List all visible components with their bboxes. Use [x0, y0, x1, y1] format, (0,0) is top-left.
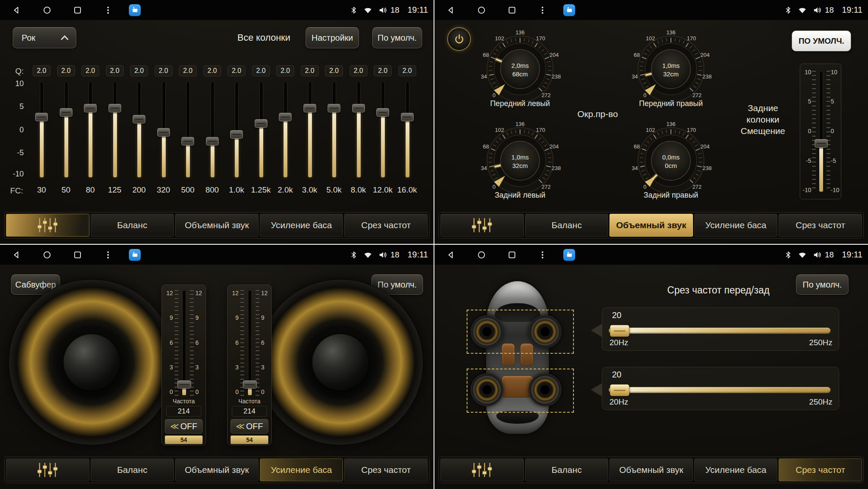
recents-icon[interactable]	[507, 250, 517, 260]
menu-icon[interactable]	[103, 250, 113, 260]
slider-thumb[interactable]	[610, 325, 629, 337]
off-button[interactable]: ≪OFF	[231, 419, 268, 433]
tab-balance[interactable]: Баланс	[525, 458, 609, 481]
slider-thumb[interactable]	[610, 384, 629, 396]
tab-surround-sound[interactable]: Объемный звук	[175, 214, 259, 237]
subwoofer-slider-module[interactable]: 12 129 96 63 30 0 Частота 214 ≪OFF 54	[227, 285, 272, 445]
tab-crossover[interactable]: Срез частот	[344, 458, 428, 481]
label-line: Задние	[729, 102, 797, 114]
slider-thumb[interactable]	[35, 113, 48, 121]
rear-offset-slider[interactable]: 10 105 50 0-5 -5-10 -10	[800, 64, 841, 199]
back-icon[interactable]	[12, 6, 21, 15]
eq-band-slider[interactable]	[350, 81, 367, 179]
eq-band-slider[interactable]	[81, 81, 99, 179]
slider-thumb[interactable]	[376, 108, 389, 117]
eq-band-slider[interactable]	[374, 81, 392, 179]
eq-band-slider[interactable]	[325, 81, 343, 179]
slider-thumb[interactable]	[108, 104, 121, 112]
off-button[interactable]: ≪OFF	[165, 419, 203, 433]
home-icon[interactable]	[477, 6, 486, 15]
menu-icon[interactable]	[538, 250, 547, 260]
band-q-value: 2.0	[398, 65, 416, 76]
tab-crossover[interactable]: Срез частот	[344, 214, 428, 237]
home-icon[interactable]	[42, 250, 52, 260]
delay-knob[interactable]: 03468102136170204238272 2,0ms 68cm	[478, 27, 562, 112]
offset-slider-thumb[interactable]	[815, 139, 828, 148]
recents-icon[interactable]	[73, 6, 82, 15]
bass-scale-label: 9	[195, 314, 205, 321]
tab-bass-boost[interactable]: Усиление баса	[694, 458, 778, 481]
eq-band-slider[interactable]	[130, 81, 148, 179]
slider-thumb[interactable]	[279, 113, 292, 121]
eq-band-slider[interactable]	[57, 81, 75, 179]
back-icon[interactable]	[12, 250, 21, 260]
slider-thumb[interactable]	[401, 113, 414, 121]
band-frequency: 5.0k	[322, 185, 346, 195]
tab-bass-boost[interactable]: Усиление баса	[260, 458, 343, 481]
eq-band-slider[interactable]	[33, 81, 50, 179]
delay-knob[interactable]: 03468102136170204238272 0,0ms 0cm	[629, 118, 713, 203]
band-q-value: 2.0	[301, 65, 319, 76]
eq-band-slider[interactable]	[228, 81, 245, 179]
eq-band-slider[interactable]	[252, 81, 270, 179]
menu-icon[interactable]	[103, 6, 113, 15]
slider-thumb[interactable]	[303, 104, 316, 112]
slider-thumb[interactable]	[181, 137, 194, 145]
default-button[interactable]: ПО УМОЛЧ.	[792, 31, 851, 51]
tab-balance[interactable]: Баланс	[91, 214, 174, 237]
recents-icon[interactable]	[507, 6, 517, 15]
slider-thumb[interactable]	[352, 104, 365, 112]
tab-bass-boost[interactable]: Усиление баса	[694, 214, 778, 237]
tab-label: Усиление баса	[271, 220, 332, 230]
back-icon[interactable]	[446, 6, 456, 15]
tab-balance[interactable]: Баланс	[525, 214, 609, 237]
back-icon[interactable]	[446, 250, 456, 260]
tab-crossover[interactable]: Срез частот	[779, 458, 862, 481]
tab-equalizer[interactable]	[440, 458, 524, 481]
eq-band-slider[interactable]	[155, 81, 172, 179]
tab-equalizer[interactable]	[6, 214, 89, 237]
eq-band-slider[interactable]	[203, 81, 221, 179]
slider-thumb[interactable]	[157, 128, 170, 137]
power-button[interactable]	[447, 27, 471, 51]
eq-band-slider[interactable]	[179, 81, 197, 179]
bass-slider-thumb[interactable]	[243, 380, 257, 388]
slider-thumb[interactable]	[230, 130, 243, 139]
slider-thumb[interactable]	[328, 104, 340, 112]
tab-surround-sound[interactable]: Объемный звук	[609, 214, 693, 237]
knob-scale-number: 170	[536, 127, 545, 133]
tab-balance[interactable]: Баланс	[91, 458, 174, 481]
slider-thumb[interactable]	[255, 119, 267, 128]
recents-icon[interactable]	[73, 250, 82, 260]
eq-band-slider[interactable]	[301, 81, 319, 179]
slider-thumb[interactable]	[133, 115, 145, 123]
slider-thumb[interactable]	[206, 137, 219, 145]
default-button[interactable]: По умолч.	[372, 27, 422, 48]
menu-icon[interactable]	[538, 6, 547, 15]
tab-surround-sound[interactable]: Объемный звук	[175, 458, 259, 481]
settings-button[interactable]: Настройки	[306, 27, 359, 48]
home-icon[interactable]	[42, 6, 52, 15]
front-speakers-selection-box[interactable]	[467, 310, 574, 354]
tab-bass-boost[interactable]: Усиление баса	[260, 214, 343, 237]
tab-crossover[interactable]: Срез частот	[779, 214, 862, 237]
tab-equalizer[interactable]	[6, 458, 89, 481]
band-frequency: 1.0k	[224, 185, 249, 195]
home-icon[interactable]	[477, 250, 486, 260]
eq-band-slider[interactable]	[398, 81, 416, 179]
slider-thumb[interactable]	[84, 104, 97, 112]
bass-slider-thumb[interactable]	[177, 380, 191, 388]
rear-speakers-selection-box[interactable]	[467, 369, 574, 413]
slider-thumb[interactable]	[60, 108, 72, 117]
eq-band-slider[interactable]	[106, 81, 124, 179]
subwoofer-slider-module[interactable]: 12 129 96 63 30 0 Частота 214 ≪OFF 54	[161, 285, 206, 445]
tab-surround-sound[interactable]: Объемный звук	[609, 458, 693, 481]
delay-knob[interactable]: 03468102136170204238272 1,0ms 32cm	[629, 27, 713, 112]
page-title: Срез частот перед/зад	[595, 285, 841, 296]
eq-band-slider[interactable]	[276, 81, 294, 179]
tab-equalizer[interactable]	[440, 214, 524, 237]
bass-scale-label: 6	[229, 339, 239, 346]
crossover-slider[interactable]	[609, 387, 831, 393]
delay-knob[interactable]: 03468102136170204238272 1,0ms 32cm	[478, 118, 562, 203]
crossover-slider[interactable]	[609, 327, 831, 334]
